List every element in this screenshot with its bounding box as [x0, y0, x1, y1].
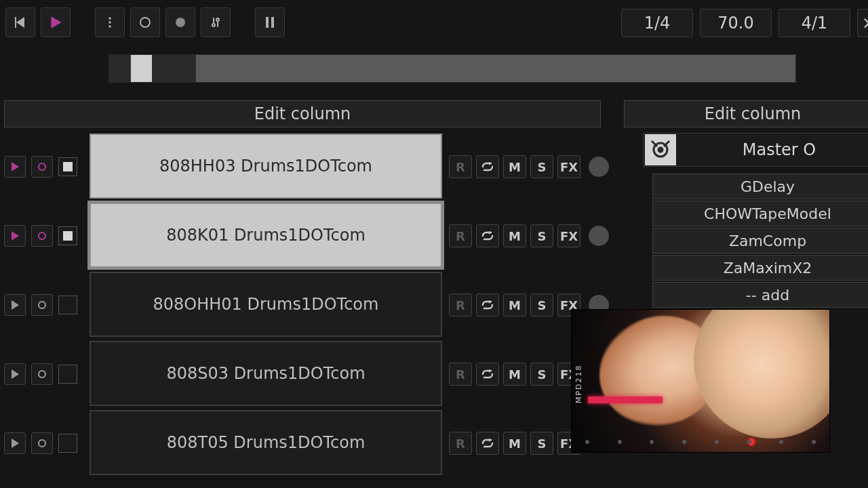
controller-webcam-overlay: MPD218 [571, 309, 830, 453]
track-solo-button[interactable]: S [530, 155, 553, 178]
svg-point-9 [212, 24, 215, 26]
clip-label: 808HH03 Drums1DOTcom [159, 157, 372, 176]
master-logo-icon [645, 134, 676, 165]
fx-add-slot[interactable]: -- add [652, 282, 868, 308]
track-loop-button[interactable] [476, 224, 499, 247]
track-row: 808K01 Drums1DOTcom R M S FX [4, 201, 614, 270]
track-controls-right: R M S FX [449, 363, 580, 386]
track-record-button[interactable] [31, 432, 53, 454]
clip[interactable]: 808S03 Drums1DOTcom [90, 341, 442, 406]
timeline-scroll-thumb[interactable] [196, 55, 795, 82]
fx-chain: GDelay CHOWTapeModel ZamComp ZaMaximX2 -… [652, 174, 868, 308]
track-controls-left [4, 363, 77, 385]
svg-point-7 [176, 18, 185, 27]
clip[interactable]: 808OHH01 Drums1DOTcom [90, 272, 442, 337]
timeline-cells [109, 55, 196, 82]
track-arm-indicator[interactable] [58, 296, 77, 314]
svg-point-25 [658, 148, 663, 152]
track-controls-left [4, 432, 77, 454]
track-mute-button[interactable]: M [503, 293, 526, 317]
edit-column-header-right[interactable]: Edit column [624, 100, 868, 127]
track-record-button[interactable] [31, 294, 53, 316]
track-record-button[interactable] [31, 225, 53, 247]
controller-model-label: MPD218 [574, 336, 588, 403]
edit-column-header-left[interactable]: Edit column [4, 100, 601, 127]
clip[interactable]: 808T05 Drums1DOTcom [90, 410, 442, 475]
clip[interactable]: 808HH03 Drums1DOTcom [90, 134, 442, 199]
track-mute-button[interactable]: M [503, 432, 526, 455]
track-row: 808T05 Drums1DOTcom R M S FX [4, 409, 614, 478]
timeline[interactable] [108, 54, 796, 83]
svg-point-6 [140, 18, 150, 27]
track-record-button[interactable] [31, 156, 53, 178]
master-title: Master O [677, 140, 868, 159]
track-mute-button[interactable]: M [503, 155, 526, 178]
record-solid-button[interactable] [165, 7, 195, 37]
transport-readouts: 1/4 70.0 4/1 × [621, 9, 868, 37]
track-arm-indicator[interactable] [58, 157, 77, 176]
track-arm-indicator[interactable] [58, 434, 77, 453]
track-play-button[interactable] [4, 156, 26, 178]
track-play-button[interactable] [4, 363, 26, 385]
svg-point-21 [39, 371, 45, 378]
track-row: 808OHH01 Drums1DOTcom R M S FX [4, 270, 614, 340]
play-button[interactable] [41, 7, 71, 37]
track-fx-button[interactable]: FX [557, 224, 580, 247]
svg-point-23 [39, 440, 45, 447]
track-loop-button[interactable] [476, 293, 499, 317]
fx-slot[interactable]: GDelay [652, 174, 868, 199]
clip-label: 808OHH01 Drums1DOTcom [153, 295, 379, 314]
track-solo-button[interactable]: S [530, 224, 553, 247]
track-arm-indicator[interactable] [58, 226, 77, 245]
track-controls-left [4, 156, 77, 178]
track-read-button[interactable]: R [449, 155, 472, 178]
bpm-display[interactable]: 70.0 [700, 9, 772, 37]
track-solo-button[interactable]: S [530, 432, 553, 455]
extra-readout[interactable]: × [857, 9, 868, 37]
track-controls-left [4, 225, 77, 247]
track-read-button[interactable]: R [449, 293, 472, 317]
more-menu-button[interactable] [95, 7, 125, 37]
track-volume-knob[interactable] [589, 157, 609, 177]
record-outline-button[interactable] [130, 7, 160, 37]
fx-slot[interactable]: ZaMaximX2 [652, 255, 868, 281]
track-arm-indicator[interactable] [58, 365, 77, 384]
track-row: 808HH03 Drums1DOTcom R M S FX [4, 132, 614, 201]
track-mute-button[interactable]: M [503, 363, 526, 386]
timesig-display[interactable]: 4/1 [778, 9, 850, 37]
track-controls-right: R M S FX [449, 432, 580, 455]
clip-label: 808K01 Drums1DOTcom [166, 226, 366, 245]
svg-point-5 [108, 25, 111, 28]
track-read-button[interactable]: R [449, 363, 472, 386]
rewind-button[interactable] [5, 7, 35, 37]
track-solo-button[interactable]: S [530, 363, 553, 386]
beat-display[interactable]: 1/4 [621, 9, 693, 37]
controller-lit-pad-icon [588, 396, 663, 403]
track-play-button[interactable] [4, 294, 26, 316]
track-record-button[interactable] [31, 363, 53, 385]
track-volume-knob[interactable] [589, 226, 609, 246]
track-play-button[interactable] [4, 432, 26, 454]
fx-slot[interactable]: CHOWTapeModel [652, 201, 868, 226]
svg-marker-22 [12, 439, 19, 448]
track-play-button[interactable] [4, 225, 26, 247]
track-row: 808S03 Drums1DOTcom R M S FX [4, 340, 614, 409]
track-controls-left [4, 294, 77, 316]
track-loop-button[interactable] [476, 363, 499, 386]
track-read-button[interactable]: R [449, 432, 472, 455]
track-read-button[interactable]: R [449, 224, 472, 247]
clip[interactable]: 808K01 Drums1DOTcom [90, 203, 442, 268]
track-loop-button[interactable] [476, 432, 499, 455]
track-mute-button[interactable]: M [503, 224, 526, 247]
input-trigger-button[interactable] [201, 7, 231, 37]
svg-rect-1 [15, 17, 16, 28]
pause-button[interactable] [255, 7, 285, 37]
master-channel-header[interactable]: Master O [643, 133, 868, 167]
track-solo-button[interactable]: S [530, 293, 553, 317]
svg-marker-14 [12, 162, 19, 171]
track-fx-button[interactable]: FX [557, 155, 580, 178]
fx-slot[interactable]: ZamComp [652, 228, 868, 253]
track-loop-button[interactable] [476, 155, 499, 178]
svg-point-3 [108, 17, 111, 20]
svg-marker-0 [16, 17, 24, 28]
